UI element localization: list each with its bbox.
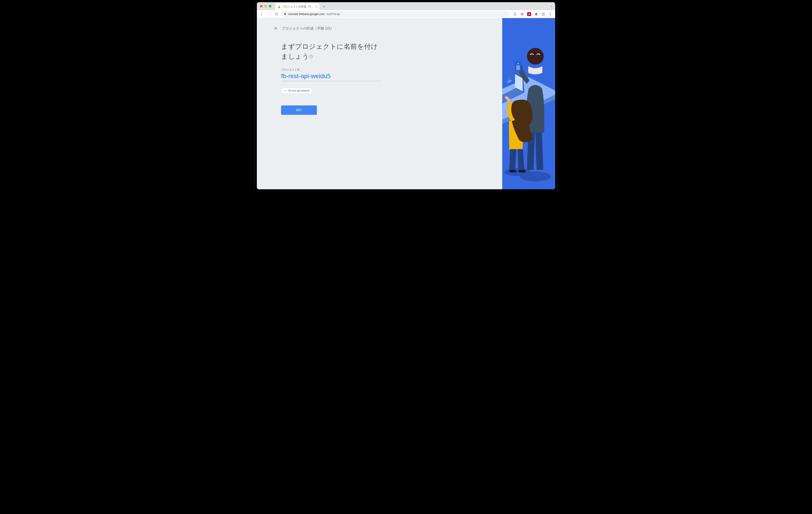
window-maximize[interactable]: [269, 5, 271, 7]
continue-button[interactable]: 続行: [281, 105, 317, 115]
tab-title: プロジェクトの作成 - Firebase コ: [283, 5, 314, 9]
url-path: /u/0/?hl=ja: [326, 12, 340, 16]
svg-rect-0: [542, 13, 545, 15]
nav-forward-button[interactable]: [266, 11, 272, 17]
side-panel-icon[interactable]: [540, 11, 546, 17]
project-id-text: fb-rest-api-weidu5: [288, 89, 310, 92]
page-heading: まずプロジェクトに名前を付けましょう: [281, 43, 378, 60]
page-body: ✕ プロジェクトの作成（手順 1/3） まずプロジェクトに名前を付けましょう? …: [257, 18, 555, 189]
window-controls: [260, 5, 271, 7]
window-close[interactable]: [260, 5, 263, 7]
browser-toolbar: console.firebase.google.com/u/0/?hl=ja A: [257, 10, 555, 18]
project-id-chip[interactable]: fb-rest-api-weidu5: [281, 88, 313, 94]
share-icon[interactable]: [512, 11, 518, 17]
svg-rect-20: [516, 65, 520, 70]
nav-reload-button[interactable]: [273, 11, 280, 17]
new-tab-button[interactable]: +: [321, 3, 327, 10]
address-bar[interactable]: console.firebase.google.com/u/0/?hl=ja: [281, 11, 509, 17]
help-icon[interactable]: ?: [309, 55, 313, 58]
lock-icon: [284, 12, 286, 16]
extensions-puzzle-icon[interactable]: [533, 11, 539, 17]
svg-point-4: [550, 15, 551, 15]
url-host: console.firebase.google.com: [288, 12, 325, 16]
svg-point-17: [527, 48, 544, 65]
tab-close-icon[interactable]: ×: [316, 5, 317, 8]
project-name-input[interactable]: [281, 72, 381, 81]
bookmark-star-icon[interactable]: [519, 11, 525, 17]
browser-tab[interactable]: プロジェクトの作成 - Firebase コ ×: [276, 3, 319, 10]
browser-tab-bar: プロジェクトの作成 - Firebase コ × + ⌄: [257, 2, 555, 10]
window-minimize[interactable]: [264, 5, 267, 7]
svg-marker-12: [506, 80, 512, 83]
illustration-panel: [502, 18, 555, 189]
project-name-label: プロジェクト名: [281, 68, 380, 72]
extension-angular-icon[interactable]: A: [526, 11, 532, 17]
svg-point-21: [504, 168, 531, 176]
svg-point-2: [550, 13, 551, 13]
svg-marker-13: [508, 75, 511, 80]
pencil-icon: [284, 89, 287, 92]
svg-point-3: [550, 14, 551, 14]
svg-point-24: [518, 170, 526, 173]
heading-row: まずプロジェクトに名前を付けましょう?: [281, 41, 380, 61]
close-wizard-button[interactable]: ✕: [274, 26, 278, 31]
svg-point-23: [509, 170, 517, 173]
nav-back-button[interactable]: [259, 11, 265, 17]
tab-overflow-icon[interactable]: ⌄: [550, 4, 552, 7]
browser-menu-icon[interactable]: [547, 11, 553, 17]
firebase-favicon-icon: [278, 5, 281, 8]
svg-point-19: [517, 63, 519, 64]
wizard-step-label: プロジェクトの作成（手順 1/3）: [282, 26, 334, 31]
